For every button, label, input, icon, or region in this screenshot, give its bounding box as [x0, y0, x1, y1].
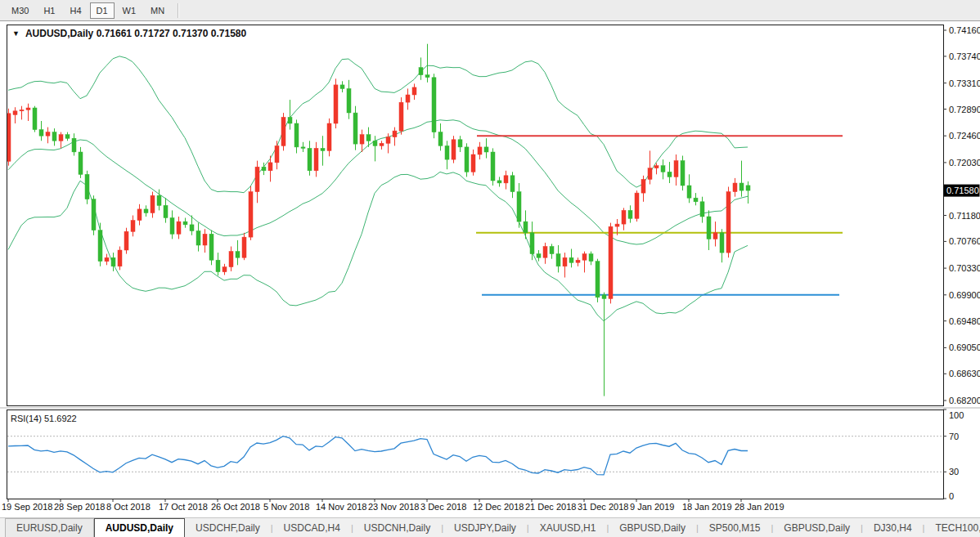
current-price-badge: 0.71580: [944, 185, 980, 197]
tab-usdcad-h4[interactable]: USDCAD,H4: [273, 518, 351, 537]
svg-text:8 Oct 2018: 8 Oct 2018: [106, 502, 151, 512]
panel-frames: [0, 25, 980, 499]
svg-text:70: 70: [949, 432, 959, 441]
tab-xauusd-h1[interactable]: XAUUSD,H1: [529, 518, 607, 537]
ohlc-high: 0.71727: [134, 28, 169, 39]
svg-text:0.69900: 0.69900: [949, 290, 980, 300]
svg-text:28 Sep 2018: 28 Sep 2018: [54, 502, 105, 512]
rsi-value: 51.6922: [44, 414, 77, 423]
symbol-dropdown-icon[interactable]: ▼: [12, 29, 20, 38]
svg-text:31 Dec 2018: 31 Dec 2018: [578, 502, 628, 512]
svg-text:5 Nov 2018: 5 Nov 2018: [263, 502, 309, 512]
svg-text:0.70330: 0.70330: [949, 263, 980, 273]
timeframe-button-d1[interactable]: D1: [90, 2, 115, 19]
timeframe-button-h1[interactable]: H1: [37, 2, 61, 19]
svg-text:0.72460: 0.72460: [949, 131, 980, 141]
svg-text:9 Jan 2019: 9 Jan 2019: [630, 502, 674, 512]
svg-text:0.73310: 0.73310: [949, 78, 980, 88]
chart-symbol-label: AUDUSD,Daily: [25, 28, 93, 39]
svg-text:0.72890: 0.72890: [949, 105, 980, 114]
svg-text:3 Dec 2018: 3 Dec 2018: [420, 502, 466, 512]
tab-usdjpy-daily[interactable]: USDJPY,Daily: [443, 518, 527, 537]
tab-eurusd-daily[interactable]: EURUSD,Daily: [5, 518, 94, 537]
svg-text:26 Oct 2018: 26 Oct 2018: [211, 502, 260, 512]
svg-text:0.74160: 0.74160: [949, 25, 980, 35]
svg-text:0.68630: 0.68630: [949, 369, 980, 378]
toolbar-separator: [178, 3, 179, 18]
chart-tabbar: EURUSD,DailyAUDUSD,DailyUSDCHF,Daily|USD…: [0, 517, 980, 537]
timeframe-button-w1[interactable]: W1: [116, 2, 143, 19]
svg-text:14 Nov 2018: 14 Nov 2018: [316, 502, 366, 512]
tab-audusd-daily[interactable]: AUDUSD,Daily: [94, 518, 185, 537]
svg-text:23 Nov 2018: 23 Nov 2018: [368, 502, 419, 512]
svg-text:0.71180: 0.71180: [949, 211, 980, 221]
svg-text:0.69050: 0.69050: [949, 342, 980, 352]
tab-dj30-h4[interactable]: DJ30,H4: [863, 518, 923, 537]
svg-text:0.71580: 0.71580: [946, 186, 979, 195]
svg-text:19 Sep 2018: 19 Sep 2018: [2, 502, 52, 512]
chart-title: ▼AUDUSD,Daily 0.71661 0.71727 0.71370 0.…: [12, 28, 246, 39]
rsi-indicator-label: RSI(14) 51.6922: [11, 414, 77, 423]
svg-text:0.69480: 0.69480: [949, 316, 980, 326]
tab-usdcnh-daily[interactable]: USDCNH,Daily: [353, 518, 441, 537]
ohlc-close: 0.71580: [211, 28, 246, 39]
price-axis[interactable]: 0.741600.737400.733100.728900.724600.720…: [943, 25, 980, 405]
svg-text:30: 30: [949, 467, 959, 477]
svg-text:100: 100: [949, 410, 964, 420]
tab-sp500-m15[interactable]: SP500,M15: [699, 518, 771, 537]
chart-canvas[interactable]: 0.741600.737400.733100.728900.724600.720…: [0, 22, 980, 517]
svg-text:12 Dec 2018: 12 Dec 2018: [473, 502, 524, 512]
svg-text:0.73740: 0.73740: [949, 51, 980, 61]
ohlc-open: 0.71661: [97, 28, 132, 39]
svg-text:0.72030: 0.72030: [949, 158, 980, 168]
svg-text:0: 0: [949, 491, 954, 501]
tab-gbpusd-daily[interactable]: GBPUSD,Daily: [773, 518, 861, 537]
timeframe-button-mn[interactable]: MN: [144, 2, 171, 19]
svg-text:21 Dec 2018: 21 Dec 2018: [525, 502, 576, 512]
ohlc-low: 0.71370: [173, 28, 208, 39]
svg-text:17 Oct 2018: 17 Oct 2018: [159, 502, 208, 512]
timeframe-button-m30[interactable]: M30: [5, 2, 35, 19]
svg-text:0.70760: 0.70760: [949, 236, 980, 246]
svg-text:18 Jan 2019: 18 Jan 2019: [682, 502, 732, 512]
timeframe-toolbar: M30H1H4D1W1MN: [0, 0, 980, 21]
svg-text:28 Jan 2019: 28 Jan 2019: [735, 502, 784, 512]
svg-text:0.68200: 0.68200: [949, 396, 980, 405]
tab-gbpusd-daily[interactable]: GBPUSD,Daily: [609, 518, 696, 537]
timeframe-button-h4[interactable]: H4: [63, 2, 88, 19]
rsi-name: RSI(14): [11, 414, 42, 423]
date-axis[interactable]: 19 Sep 201828 Sep 20188 Oct 201817 Oct 2…: [2, 499, 784, 512]
tab-tech100-h1[interactable]: TECH100,H1: [924, 518, 980, 537]
tab-usdchf-daily[interactable]: USDCHF,Daily: [185, 518, 271, 537]
